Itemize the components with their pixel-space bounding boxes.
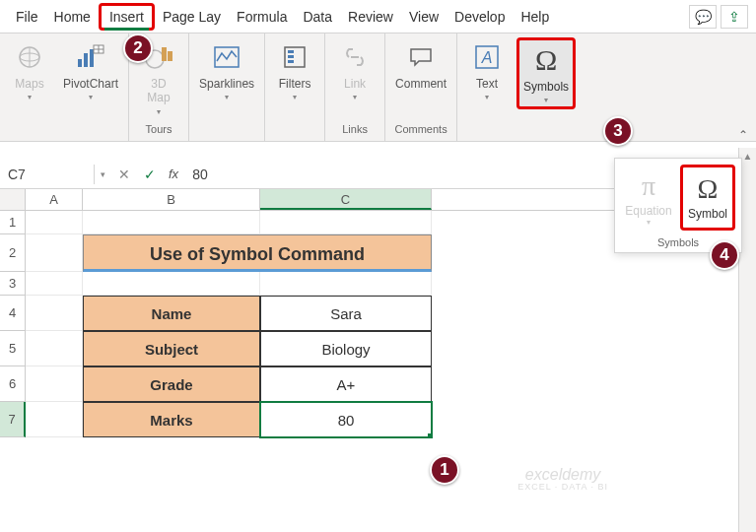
row-3: 3 xyxy=(0,272,756,296)
symbols-dropdown: π Equation ▾ Ω Symbol Symbols xyxy=(614,158,742,253)
filters-button[interactable]: Filters ▾ xyxy=(271,37,318,103)
row-4: 4 Name Sara xyxy=(0,296,756,331)
label-cell[interactable]: Grade xyxy=(83,366,260,402)
chevron-down-icon: ▾ xyxy=(485,93,489,101)
tab-formulas[interactable]: Formula xyxy=(229,3,295,31)
chevron-down-icon: ▾ xyxy=(647,218,651,227)
pivotchart-button[interactable]: PivotChart ▾ xyxy=(59,37,122,103)
chevron-down-icon: ▾ xyxy=(353,93,357,101)
row-header[interactable]: 7 xyxy=(0,402,26,437)
tab-view[interactable]: View xyxy=(401,3,447,31)
tab-pagelayout[interactable]: Page Lay xyxy=(155,3,229,31)
value-cell[interactable]: A+ xyxy=(260,366,432,402)
col-header-c[interactable]: C xyxy=(260,189,432,210)
label-cell[interactable]: Marks xyxy=(83,402,260,437)
cell[interactable] xyxy=(26,211,83,234)
row-7: 7 Marks 80 xyxy=(0,402,756,437)
cell[interactable] xyxy=(83,272,260,296)
row-5: 5 Subject Biology xyxy=(0,331,756,366)
selected-cell[interactable]: 80 xyxy=(260,402,432,437)
chevron-down-icon: ▾ xyxy=(157,107,161,116)
accept-formula-icon[interactable]: ✓ xyxy=(137,166,163,182)
cell[interactable] xyxy=(26,331,83,366)
share-icon[interactable]: ⇪ xyxy=(721,5,748,29)
cell[interactable] xyxy=(83,211,260,234)
tab-help[interactable]: Help xyxy=(513,3,557,31)
step-badge-4: 4 xyxy=(710,240,739,270)
ribbon-group-links: Link ▾ Links xyxy=(325,33,385,141)
cell[interactable] xyxy=(26,234,83,272)
cell[interactable] xyxy=(26,296,83,331)
ribbon-collapse-icon[interactable]: ⌃ xyxy=(738,128,748,142)
textbox-icon: A xyxy=(471,39,503,75)
row-header[interactable]: 4 xyxy=(0,296,26,331)
pivotchart-icon xyxy=(75,39,106,75)
tabbar-right: 💬 ⇪ xyxy=(689,5,756,29)
ribbon-group-textsymbols: A Text ▾ Ω Symbols ▾ xyxy=(457,33,582,141)
globe-icon xyxy=(14,39,45,75)
cell[interactable] xyxy=(26,402,83,437)
text-button[interactable]: A Text ▾ xyxy=(463,37,511,103)
title-cell[interactable]: Use of Symbol Command xyxy=(83,234,432,272)
pi-icon: π xyxy=(642,168,655,204)
tours-group-label: Tours xyxy=(146,121,172,137)
symbols-button[interactable]: Ω Symbols ▾ xyxy=(516,37,576,109)
row-header[interactable]: 6 xyxy=(0,366,26,402)
chevron-down-icon: ▾ xyxy=(28,93,32,101)
row-header[interactable]: 2 xyxy=(0,234,26,272)
row-header[interactable]: 3 xyxy=(0,272,26,296)
svg-rect-15 xyxy=(288,55,294,58)
sparklines-button[interactable]: Sparklines ▾ xyxy=(195,37,258,103)
fill-handle[interactable] xyxy=(428,433,432,437)
step-badge-1: 1 xyxy=(430,455,459,485)
label-cell[interactable]: Name xyxy=(83,296,260,331)
value-cell[interactable]: Sara xyxy=(260,296,432,331)
svg-rect-5 xyxy=(90,49,94,67)
row-header[interactable]: 1 xyxy=(0,211,26,234)
chevron-down-icon: ▾ xyxy=(225,93,229,101)
ribbon-group-comments: Comment Comments xyxy=(385,33,457,141)
svg-rect-11 xyxy=(168,51,172,61)
svg-rect-16 xyxy=(288,60,294,63)
fx-icon[interactable]: fx xyxy=(163,166,184,181)
comments-shortcut-icon[interactable]: 💬 xyxy=(689,5,717,29)
omega-icon: Ω xyxy=(698,171,719,207)
cell[interactable] xyxy=(26,272,83,296)
svg-rect-10 xyxy=(162,47,167,61)
link-button[interactable]: Link ▾ xyxy=(331,37,378,103)
comments-group-label: Comments xyxy=(394,121,447,137)
equation-button[interactable]: π Equation ▾ xyxy=(621,165,676,231)
chevron-down-icon[interactable]: ▾ xyxy=(95,169,111,179)
cell[interactable] xyxy=(26,366,83,402)
cancel-formula-icon[interactable]: ✕ xyxy=(111,166,137,182)
svg-text:A: A xyxy=(481,49,493,66)
name-box[interactable]: C7 xyxy=(0,165,95,184)
svg-rect-14 xyxy=(288,50,294,53)
row-6: 6 Grade A+ xyxy=(0,366,756,402)
tab-review[interactable]: Review xyxy=(340,3,401,31)
svg-rect-3 xyxy=(78,59,82,67)
label-cell[interactable]: Subject xyxy=(83,331,260,366)
omega-icon: Ω xyxy=(530,42,562,78)
svg-rect-4 xyxy=(84,53,88,67)
value-cell[interactable]: Biology xyxy=(260,331,432,366)
sparklines-icon xyxy=(211,39,242,75)
col-header-b[interactable]: B xyxy=(83,189,260,210)
maps-button[interactable]: Maps ▾ xyxy=(6,37,53,103)
tab-insert[interactable]: Insert xyxy=(99,3,155,31)
row-header[interactable]: 5 xyxy=(0,331,26,366)
tab-file[interactable]: File xyxy=(8,3,46,31)
tab-home[interactable]: Home xyxy=(46,3,99,31)
symbol-button[interactable]: Ω Symbol xyxy=(680,165,735,231)
step-badge-2: 2 xyxy=(123,33,153,63)
cell[interactable] xyxy=(260,211,432,234)
link-icon xyxy=(339,39,371,75)
comment-button[interactable]: Comment xyxy=(391,37,450,93)
chevron-down-icon: ▾ xyxy=(89,93,93,101)
select-all-corner[interactable] xyxy=(0,189,26,210)
tab-developer[interactable]: Develop xyxy=(447,3,513,31)
chevron-down-icon: ▾ xyxy=(293,93,297,101)
tab-data[interactable]: Data xyxy=(295,3,340,31)
cell[interactable] xyxy=(260,272,432,296)
col-header-a[interactable]: A xyxy=(26,189,83,210)
